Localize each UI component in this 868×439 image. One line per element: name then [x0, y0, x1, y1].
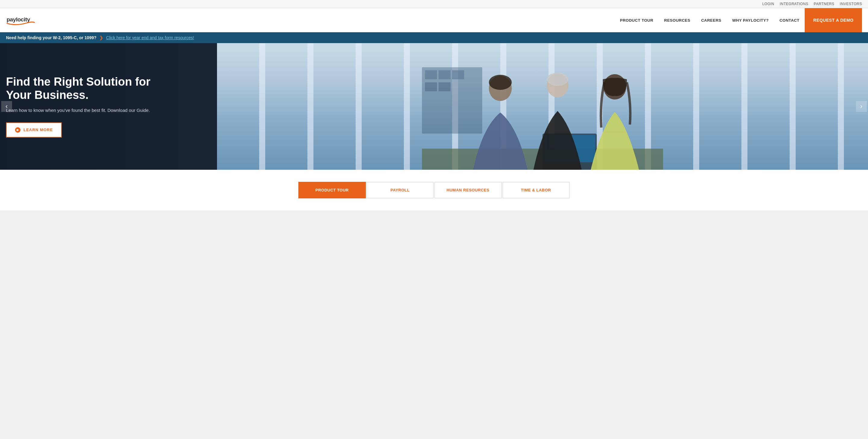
nav-careers[interactable]: CAREERS: [695, 18, 727, 23]
nav-contact[interactable]: CONTACT: [774, 18, 805, 23]
alert-arrow-icon: ❯: [99, 35, 103, 40]
hero-scene: [217, 43, 868, 170]
nav-resources[interactable]: RESOURCES: [659, 18, 696, 23]
login-link[interactable]: LOGIN: [762, 2, 774, 6]
request-demo-button[interactable]: REQUEST A DEMO: [805, 8, 862, 32]
lower-section: PRODUCT TOUR PAYROLL HUMAN RESOURCES TIM…: [0, 170, 868, 210]
hero-subtitle: Learn how to know when you've found the …: [6, 107, 151, 114]
product-tabs: PRODUCT TOUR PAYROLL HUMAN RESOURCES TIM…: [299, 182, 569, 198]
nav-why-paylocity[interactable]: WHY PAYLOCITY?: [727, 18, 774, 23]
svg-point-15: [547, 73, 568, 86]
tab-human-resources[interactable]: HUMAN RESOURCES: [434, 182, 502, 198]
alert-text: Need help finding your W-2, 1095-C, or 1…: [6, 35, 96, 40]
main-nav: paylocity PRODUCT TOUR RESOURCES CAREERS…: [0, 8, 868, 32]
svg-text:paylocity: paylocity: [7, 16, 30, 22]
learn-more-icon: ▶: [15, 127, 21, 133]
hero-learn-more-button[interactable]: ▶ LEARN MORE: [6, 122, 62, 138]
logo[interactable]: paylocity: [6, 12, 42, 29]
tab-product-tour[interactable]: PRODUCT TOUR: [299, 182, 366, 198]
partners-link[interactable]: PARTNERS: [814, 2, 834, 6]
integrations-link[interactable]: INTEGRATIONS: [780, 2, 808, 6]
investors-link[interactable]: INVESTORS: [840, 2, 862, 6]
svg-rect-4: [452, 70, 464, 79]
svg-rect-3: [438, 70, 451, 79]
hero-cta-label: LEARN MORE: [24, 127, 53, 132]
nav-product-tour[interactable]: PRODUCT TOUR: [615, 18, 658, 23]
hero-section: Find the Right Solution for Your Busines…: [0, 43, 868, 170]
carousel-prev-button[interactable]: ‹: [1, 101, 12, 112]
hero-title: Find the Right Solution for Your Busines…: [6, 76, 151, 101]
svg-rect-5: [425, 82, 437, 91]
svg-rect-2: [425, 70, 437, 79]
alert-link[interactable]: Click here for year end and tax form res…: [106, 35, 194, 40]
alert-bar: Need help finding your W-2, 1095-C, or 1…: [0, 32, 868, 43]
tab-payroll[interactable]: PAYROLL: [367, 182, 434, 198]
svg-point-14: [489, 75, 512, 90]
carousel-next-button[interactable]: ›: [856, 101, 867, 112]
svg-rect-6: [438, 82, 451, 91]
hero-content: Find the Right Solution for Your Busines…: [6, 76, 151, 138]
tab-time-labor[interactable]: TIME & LABOR: [502, 182, 570, 198]
utility-bar: LOGIN INTEGRATIONS PARTNERS INVESTORS: [0, 0, 868, 8]
nav-links: PRODUCT TOUR RESOURCES CAREERS WHY PAYLO…: [615, 8, 862, 32]
